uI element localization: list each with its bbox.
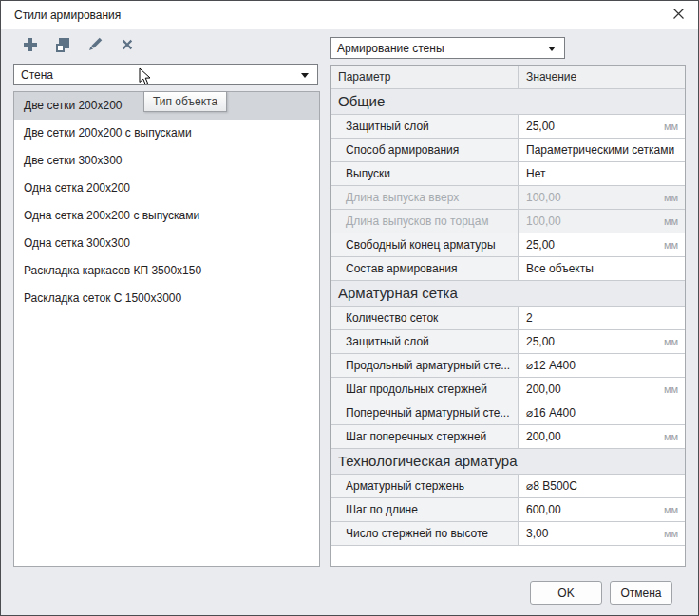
mouse-cursor	[139, 67, 152, 91]
param-value-cell[interactable]: Параметрическими сетками	[519, 139, 685, 161]
param-unit: мм	[664, 522, 678, 545]
param-unit: мм	[664, 115, 678, 138]
param-name: Длина выпуска вверх	[331, 186, 519, 209]
list-item[interactable]: Одна сетка 200x200 с выпусками	[14, 202, 319, 230]
param-name: Шаг по длине	[331, 498, 519, 521]
object-type-value: Стена	[21, 68, 53, 82]
param-value-cell[interactable]: ⌀12 А400	[519, 354, 685, 377]
table-row[interactable]: Защитный слой 25,00мм	[331, 115, 685, 139]
param-name: Способ армирования	[331, 139, 519, 161]
table-row: Длина выпуска вверх 100,00мм	[331, 186, 685, 210]
edit-style-button[interactable]	[86, 38, 104, 55]
list-item[interactable]: Одна сетка 200x200	[14, 175, 319, 202]
list-item[interactable]: Раскладка сеток С 1500x3000	[14, 285, 319, 312]
table-row[interactable]: Шаг продольных стержней 200,00мм	[331, 378, 685, 401]
param-value: ⌀8 В500С	[526, 479, 577, 493]
param-value-cell[interactable]: 3,00мм	[519, 522, 685, 545]
param-value-cell: 100,00мм	[519, 210, 685, 233]
param-unit: мм	[664, 378, 678, 401]
section-header: Технологическая арматура	[331, 449, 685, 475]
param-name: Длина выпусков по торцам	[331, 210, 519, 233]
style-toolbar	[22, 38, 136, 55]
param-value-cell[interactable]: ⌀16 А400	[519, 401, 685, 424]
param-value: 25,00	[526, 120, 555, 133]
copy-style-button[interactable]	[54, 38, 71, 55]
param-value: ⌀12 А400	[526, 359, 576, 372]
param-value: 25,00	[526, 238, 555, 252]
param-value-cell[interactable]: ⌀8 В500С	[519, 475, 685, 497]
pencil-icon	[86, 36, 104, 57]
copy-icon	[54, 36, 71, 57]
dialog-title: Стили армирования	[1, 9, 121, 22]
param-unit: мм	[664, 425, 678, 448]
param-value: 3,00	[526, 527, 548, 540]
styles-list[interactable]: Две сетки 200x200 Две сетки 200x200 с вы…	[13, 91, 320, 567]
param-name: Продольный арматурный сте...	[331, 354, 519, 377]
param-unit: мм	[664, 210, 678, 233]
chevron-down-icon	[301, 73, 309, 78]
param-unit: мм	[664, 186, 678, 209]
param-value: 200,00	[526, 383, 561, 396]
reinforcement-styles-dialog: Стили армирования	[0, 0, 699, 616]
list-item[interactable]: Раскладка каркасов КП 3500x150	[14, 257, 319, 285]
table-header: Параметр Значение	[331, 66, 685, 89]
param-value-cell[interactable]: 25,00мм	[519, 233, 685, 256]
param-name: Число стержней по высоте	[331, 522, 519, 545]
table-row[interactable]: Продольный арматурный сте... ⌀12 А400	[331, 354, 685, 378]
param-value: 200,00	[526, 430, 561, 443]
table-row[interactable]: Поперечный арматурный сте... ⌀16 А400	[331, 401, 685, 425]
column-header-param: Параметр	[331, 66, 519, 88]
param-name: Свободный конец арматуры	[331, 233, 519, 256]
param-value-cell[interactable]: 25,00мм	[519, 115, 685, 138]
param-name: Защитный слой	[331, 330, 519, 353]
param-name: Арматурный стержень	[331, 475, 519, 497]
param-unit: мм	[664, 498, 678, 521]
table-row[interactable]: Защитный слой 25,00мм	[331, 330, 685, 354]
list-item[interactable]: Две сетки 300x300	[14, 147, 319, 175]
table-row: Длина выпусков по торцам 100,00мм	[331, 210, 685, 233]
param-name: Состав армирования	[331, 257, 519, 280]
delete-style-button[interactable]	[119, 38, 136, 55]
param-value: Нет	[526, 167, 545, 180]
cancel-button[interactable]: Отмена	[610, 581, 672, 605]
plus-icon	[22, 36, 39, 57]
object-type-tooltip: Тип объекта	[143, 91, 227, 112]
param-value-cell: 100,00мм	[519, 186, 685, 209]
param-value-cell[interactable]: 200,00мм	[519, 378, 685, 401]
param-name: Выпуски	[331, 162, 519, 185]
table-row[interactable]: Выпуски Нет	[331, 162, 685, 186]
table-row[interactable]: Состав армирования Все объекты	[331, 257, 685, 281]
param-value-cell[interactable]: Все объекты	[519, 257, 685, 280]
param-value-cell[interactable]: 2	[519, 307, 685, 329]
param-value-cell[interactable]: 200,00мм	[519, 425, 685, 448]
list-item[interactable]: Одна сетка 300x300	[14, 230, 319, 257]
param-value-cell[interactable]: 25,00мм	[519, 330, 685, 353]
table-row[interactable]: Число стержней по высоте 3,00мм	[331, 522, 685, 546]
param-unit: мм	[664, 330, 678, 353]
param-name: Шаг поперечных стержней	[331, 425, 519, 448]
list-item[interactable]: Две сетки 200x200 с выпусками	[14, 120, 319, 147]
ok-button[interactable]: OK	[530, 581, 602, 605]
param-name: Шаг продольных стержней	[331, 378, 519, 401]
reinforcement-target-combo[interactable]: Армирование стены	[330, 37, 565, 59]
table-row[interactable]: Количество сеток 2	[331, 307, 685, 330]
table-row[interactable]: Шаг по длине 600,00мм	[331, 498, 685, 522]
param-name: Количество сеток	[331, 307, 519, 329]
object-type-combo[interactable]: Стена	[13, 64, 318, 85]
column-header-value: Значение	[519, 66, 685, 88]
x-icon	[120, 37, 135, 56]
chevron-down-icon	[548, 47, 556, 51]
section-header: Общие	[331, 89, 685, 115]
table-row[interactable]: Шаг поперечных стержней 200,00мм	[331, 425, 685, 449]
window-close-button[interactable]	[658, 1, 698, 29]
param-value: 100,00	[526, 191, 561, 204]
param-name: Поперечный арматурный сте...	[331, 401, 519, 424]
add-style-button[interactable]	[22, 38, 39, 55]
table-row[interactable]: Свободный конец арматуры 25,00мм	[331, 233, 685, 257]
titlebar: Стили армирования	[1, 1, 698, 29]
param-value-cell[interactable]: Нет	[519, 162, 685, 185]
param-value: 600,00	[526, 503, 561, 516]
table-row[interactable]: Способ армирования Параметрическими сетк…	[331, 139, 685, 162]
table-row[interactable]: Арматурный стержень ⌀8 В500С	[331, 475, 685, 498]
param-value-cell[interactable]: 600,00мм	[519, 498, 685, 521]
